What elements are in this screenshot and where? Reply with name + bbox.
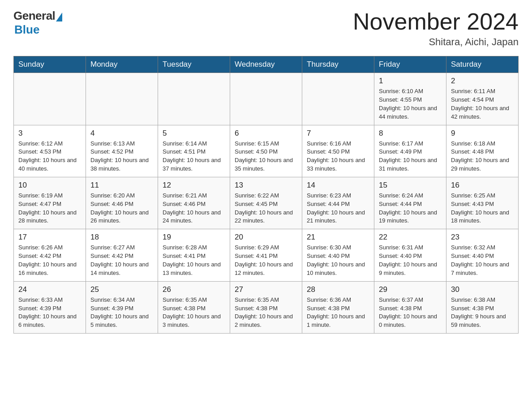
table-row: 21Sunrise: 6:30 AMSunset: 4:40 PMDayligh… [302,229,374,281]
table-row: 6Sunrise: 6:15 AMSunset: 4:50 PMDaylight… [230,125,302,177]
day-number: 3 [18,129,81,138]
table-row: 15Sunrise: 6:24 AMSunset: 4:44 PMDayligh… [374,177,446,229]
logo-blue-text: Blue [14,23,39,37]
table-row: 5Sunrise: 6:14 AMSunset: 4:51 PMDaylight… [158,125,230,177]
day-info: Sunrise: 6:26 AMSunset: 4:42 PMDaylight:… [18,244,81,277]
col-tuesday: Tuesday [158,56,230,73]
table-row: 12Sunrise: 6:21 AMSunset: 4:46 PMDayligh… [158,177,230,229]
calendar-week-row: 24Sunrise: 6:33 AMSunset: 4:39 PMDayligh… [14,281,519,333]
day-number: 29 [379,285,442,294]
col-thursday: Thursday [302,56,374,73]
table-row: 4Sunrise: 6:13 AMSunset: 4:52 PMDaylight… [86,125,158,177]
day-number: 28 [307,285,369,294]
table-row: 10Sunrise: 6:19 AMSunset: 4:47 PMDayligh… [14,177,86,229]
day-info: Sunrise: 6:35 AMSunset: 4:38 PMDaylight:… [235,296,297,330]
day-info: Sunrise: 6:38 AMSunset: 4:38 PMDaylight:… [451,296,514,330]
table-row [14,73,86,125]
table-row: 16Sunrise: 6:25 AMSunset: 4:43 PMDayligh… [446,177,519,229]
table-row: 24Sunrise: 6:33 AMSunset: 4:39 PMDayligh… [14,281,86,333]
day-info: Sunrise: 6:37 AMSunset: 4:38 PMDaylight:… [379,296,442,330]
day-info: Sunrise: 6:16 AMSunset: 4:50 PMDaylight:… [307,140,369,173]
table-row [302,73,374,125]
calendar-table: Sunday Monday Tuesday Wednesday Thursday… [13,56,519,334]
day-number: 2 [451,77,514,86]
table-row [158,73,230,125]
location: Shitara, Aichi, Japan [353,36,519,48]
table-row: 17Sunrise: 6:26 AMSunset: 4:42 PMDayligh… [14,229,86,281]
day-info: Sunrise: 6:32 AMSunset: 4:40 PMDaylight:… [451,244,514,277]
day-info: Sunrise: 6:25 AMSunset: 4:43 PMDaylight:… [451,192,514,225]
day-number: 27 [235,285,297,294]
day-info: Sunrise: 6:31 AMSunset: 4:40 PMDaylight:… [379,244,442,277]
day-number: 30 [451,285,514,294]
table-row: 2Sunrise: 6:11 AMSunset: 4:54 PMDaylight… [446,73,519,125]
day-number: 10 [18,181,81,190]
table-row: 20Sunrise: 6:29 AMSunset: 4:41 PMDayligh… [230,229,302,281]
day-number: 5 [163,129,225,138]
table-row: 13Sunrise: 6:22 AMSunset: 4:45 PMDayligh… [230,177,302,229]
table-row: 26Sunrise: 6:35 AMSunset: 4:38 PMDayligh… [158,281,230,333]
day-number: 9 [451,129,514,138]
day-number: 20 [235,233,297,242]
day-info: Sunrise: 6:27 AMSunset: 4:42 PMDaylight:… [90,244,153,277]
day-number: 11 [90,181,153,190]
day-info: Sunrise: 6:33 AMSunset: 4:39 PMDaylight:… [18,296,81,330]
day-number: 14 [307,181,369,190]
day-number: 8 [379,129,442,138]
day-number: 17 [18,233,81,242]
calendar-week-row: 3Sunrise: 6:12 AMSunset: 4:53 PMDaylight… [14,125,519,177]
day-info: Sunrise: 6:30 AMSunset: 4:40 PMDaylight:… [307,244,369,277]
table-row: 1Sunrise: 6:10 AMSunset: 4:55 PMDaylight… [374,73,446,125]
day-info: Sunrise: 6:23 AMSunset: 4:44 PMDaylight:… [307,192,369,225]
table-row: 14Sunrise: 6:23 AMSunset: 4:44 PMDayligh… [302,177,374,229]
table-row: 9Sunrise: 6:18 AMSunset: 4:48 PMDaylight… [446,125,519,177]
col-sunday: Sunday [14,56,86,73]
day-number: 24 [18,285,81,294]
col-monday: Monday [86,56,158,73]
day-info: Sunrise: 6:18 AMSunset: 4:48 PMDaylight:… [451,140,514,173]
table-row: 25Sunrise: 6:34 AMSunset: 4:39 PMDayligh… [86,281,158,333]
table-row: 23Sunrise: 6:32 AMSunset: 4:40 PMDayligh… [446,229,519,281]
calendar-week-row: 17Sunrise: 6:26 AMSunset: 4:42 PMDayligh… [14,229,519,281]
calendar-header-row: Sunday Monday Tuesday Wednesday Thursday… [14,56,519,73]
table-row: 8Sunrise: 6:17 AMSunset: 4:49 PMDaylight… [374,125,446,177]
day-info: Sunrise: 6:21 AMSunset: 4:46 PMDaylight:… [163,192,225,225]
day-number: 12 [163,181,225,190]
table-row: 22Sunrise: 6:31 AMSunset: 4:40 PMDayligh… [374,229,446,281]
month-title: November 2024 [353,9,519,34]
day-number: 26 [163,285,225,294]
day-info: Sunrise: 6:36 AMSunset: 4:38 PMDaylight:… [307,296,369,330]
day-info: Sunrise: 6:10 AMSunset: 4:55 PMDaylight:… [379,87,442,121]
day-number: 21 [307,233,369,242]
day-number: 19 [163,233,225,242]
table-row [230,73,302,125]
day-info: Sunrise: 6:17 AMSunset: 4:49 PMDaylight:… [379,140,442,173]
table-row: 19Sunrise: 6:28 AMSunset: 4:41 PMDayligh… [158,229,230,281]
table-row: 7Sunrise: 6:16 AMSunset: 4:50 PMDaylight… [302,125,374,177]
day-info: Sunrise: 6:15 AMSunset: 4:50 PMDaylight:… [235,140,297,173]
day-number: 7 [307,129,369,138]
calendar-week-row: 10Sunrise: 6:19 AMSunset: 4:47 PMDayligh… [14,177,519,229]
day-info: Sunrise: 6:35 AMSunset: 4:38 PMDaylight:… [163,296,225,330]
day-info: Sunrise: 6:34 AMSunset: 4:39 PMDaylight:… [90,296,153,330]
table-row: 18Sunrise: 6:27 AMSunset: 4:42 PMDayligh… [86,229,158,281]
day-number: 25 [90,285,153,294]
logo-triangle-icon [56,13,62,21]
day-number: 15 [379,181,442,190]
table-row: 29Sunrise: 6:37 AMSunset: 4:38 PMDayligh… [374,281,446,333]
day-info: Sunrise: 6:28 AMSunset: 4:41 PMDaylight:… [163,244,225,277]
table-row: 30Sunrise: 6:38 AMSunset: 4:38 PMDayligh… [446,281,519,333]
day-number: 22 [379,233,442,242]
col-wednesday: Wednesday [230,56,302,73]
day-info: Sunrise: 6:24 AMSunset: 4:44 PMDaylight:… [379,192,442,225]
table-row: 28Sunrise: 6:36 AMSunset: 4:38 PMDayligh… [302,281,374,333]
col-saturday: Saturday [446,56,519,73]
day-number: 23 [451,233,514,242]
day-number: 16 [451,181,514,190]
table-row: 11Sunrise: 6:20 AMSunset: 4:46 PMDayligh… [86,177,158,229]
title-area: November 2024 Shitara, Aichi, Japan [353,9,519,48]
calendar-week-row: 1Sunrise: 6:10 AMSunset: 4:55 PMDaylight… [14,73,519,125]
day-info: Sunrise: 6:12 AMSunset: 4:53 PMDaylight:… [18,140,81,173]
day-number: 18 [90,233,153,242]
day-number: 4 [90,129,153,138]
